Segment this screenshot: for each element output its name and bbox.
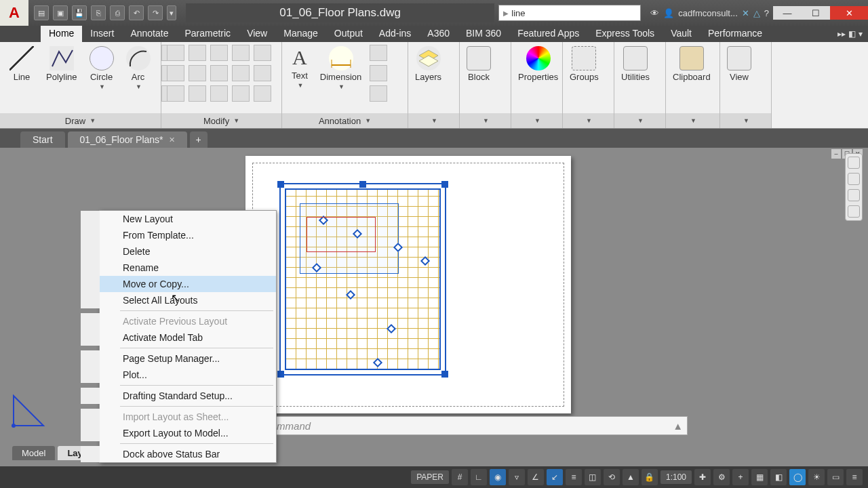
tab-manage[interactable]: Manage	[275, 26, 326, 42]
arc-button[interactable]: Arc▼	[122, 45, 155, 92]
redo-icon[interactable]: ↷	[148, 5, 163, 20]
a360-icon[interactable]: △	[753, 8, 760, 18]
tab-vault[interactable]: Vault	[663, 26, 700, 42]
signin-icon[interactable]: 👤	[663, 8, 674, 18]
file-tab-current[interactable]: 01_06_Floor Plans*✕	[68, 131, 187, 148]
grip-corner[interactable]	[441, 371, 448, 378]
transparency-toggle[interactable]: ◫	[585, 469, 601, 485]
tab-featured[interactable]: Featured Apps	[509, 26, 587, 42]
panel-block-expand[interactable]: ▼	[460, 113, 511, 128]
ctx-plot[interactable]: Plot...	[81, 367, 276, 383]
rotate-button[interactable]	[189, 45, 206, 61]
cycling-toggle[interactable]: ⟲	[604, 469, 620, 485]
grip-icon[interactable]	[353, 229, 362, 239]
ucs-icon[interactable]	[9, 392, 47, 430]
move-button[interactable]	[167, 45, 184, 61]
panel-properties-expand[interactable]: ▼	[511, 113, 562, 128]
polar-toggle[interactable]: ◉	[490, 469, 506, 485]
tab-a360[interactable]: A360	[419, 26, 458, 42]
panel-annotation-title[interactable]: Annotation▼	[282, 113, 408, 128]
isolate-button[interactable]: ☀	[808, 469, 825, 485]
grip-icon[interactable]	[387, 324, 396, 333]
grid-toggle[interactable]: #	[452, 469, 468, 485]
minimize-button[interactable]: —	[773, 6, 802, 20]
orbit-icon[interactable]	[848, 205, 860, 218]
grip-icon[interactable]	[346, 290, 355, 300]
ctx-drafting-standard[interactable]: Drafting Standard Setup...	[81, 388, 276, 404]
grip-icon[interactable]	[393, 243, 403, 252]
grip-icon[interactable]	[312, 263, 321, 272]
lock-toggle[interactable]: 🔒	[642, 469, 658, 485]
navwheel-icon[interactable]	[848, 157, 860, 169]
osnap-toggle[interactable]: ▿	[509, 469, 525, 485]
explode-button[interactable]	[254, 45, 271, 61]
ribbon-collapse[interactable]: ▸▸◧▾	[832, 26, 868, 42]
customize-button[interactable]: ≡	[846, 469, 863, 485]
mirror-button[interactable]	[189, 65, 206, 81]
circle-button[interactable]: Circle▼	[85, 45, 118, 92]
ctx-delete[interactable]: Delete	[81, 243, 276, 260]
tab-express[interactable]: Express Tools	[587, 26, 663, 42]
search-input[interactable]: ▶ line	[498, 5, 641, 21]
panel-draw-title[interactable]: Draw▼	[0, 113, 161, 128]
anno-more-button[interactable]	[370, 85, 387, 102]
ctx-rename[interactable]: Rename	[81, 260, 276, 276]
grip-corner[interactable]	[277, 371, 284, 378]
tab-view[interactable]: View	[239, 26, 275, 42]
clipboard-button[interactable]: Clipboard	[669, 45, 715, 83]
tab-output[interactable]: Output	[326, 26, 371, 42]
undo-icon[interactable]: ↶	[129, 5, 144, 20]
utilities-button[interactable]: Utilities	[617, 45, 654, 83]
lengthen-button[interactable]	[254, 85, 271, 102]
layout-viewport[interactable]	[279, 183, 446, 375]
snap-toggle[interactable]: ∟	[471, 469, 487, 485]
annomonitor-button[interactable]: +	[732, 469, 749, 485]
text-button[interactable]: AText▼	[288, 45, 312, 90]
quickprops-button[interactable]: ◧	[770, 469, 787, 485]
tab-parametric[interactable]: Parametric	[176, 26, 239, 42]
plot-icon[interactable]: ⎙	[110, 5, 125, 20]
paper-space-sheet[interactable]	[245, 156, 571, 413]
navigation-bar[interactable]	[845, 153, 863, 221]
grip-icon[interactable]	[420, 256, 430, 266]
table-button[interactable]	[370, 65, 387, 81]
qat-more-icon[interactable]: ▾	[167, 5, 176, 20]
grip-corner[interactable]	[277, 181, 284, 188]
exchange-icon[interactable]: ✕	[742, 8, 749, 18]
grip-corner[interactable]	[441, 181, 448, 188]
grip-mid[interactable]	[359, 181, 366, 188]
align-button[interactable]	[232, 85, 250, 102]
erase-button[interactable]	[232, 45, 250, 61]
scale-button[interactable]	[189, 85, 206, 102]
save-icon[interactable]: 💾	[72, 5, 87, 20]
panel-modify-title[interactable]: Modify▼	[161, 113, 281, 128]
model-tab[interactable]: Model	[12, 446, 55, 460]
tab-insert[interactable]: Insert	[82, 26, 122, 42]
close-tab-icon[interactable]: ✕	[169, 136, 175, 144]
dimension-button[interactable]: Dimension▼	[316, 45, 366, 92]
polyline-button[interactable]: Polyline	[42, 45, 81, 83]
ctx-activate-model[interactable]: Activate Model Tab	[81, 329, 276, 346]
leader-button[interactable]	[370, 45, 387, 61]
workspace-button[interactable]: ⚙	[713, 469, 730, 485]
space-indicator[interactable]: PAPER	[411, 470, 449, 484]
block-button[interactable]: Block	[462, 45, 495, 83]
annoscale-button[interactable]: ✚	[694, 469, 711, 485]
tab-annotate[interactable]: Annotate	[122, 26, 176, 42]
arrayrect-button[interactable]	[210, 85, 228, 102]
panel-layers-expand[interactable]: ▼	[408, 113, 459, 128]
panel-utilities-expand[interactable]: ▼	[614, 113, 665, 128]
grip-icon[interactable]	[373, 358, 382, 367]
file-tab-start[interactable]: Start	[20, 131, 65, 148]
help-icon[interactable]: ?	[764, 8, 769, 18]
user-label[interactable]: cadfmconsult...	[678, 8, 737, 18]
panel-clipboard-expand[interactable]: ▼	[666, 113, 719, 128]
ctx-page-setup[interactable]: Page Setup Manager...	[81, 350, 276, 367]
lineweight-toggle[interactable]: ≡	[566, 469, 582, 485]
maximize-button[interactable]: ☐	[802, 6, 830, 20]
pan-icon[interactable]	[848, 173, 860, 185]
copy-button[interactable]	[167, 65, 184, 81]
trim-button[interactable]	[210, 45, 228, 61]
app-menu-button[interactable]: A	[0, 0, 28, 26]
stretch-button[interactable]	[167, 85, 184, 102]
